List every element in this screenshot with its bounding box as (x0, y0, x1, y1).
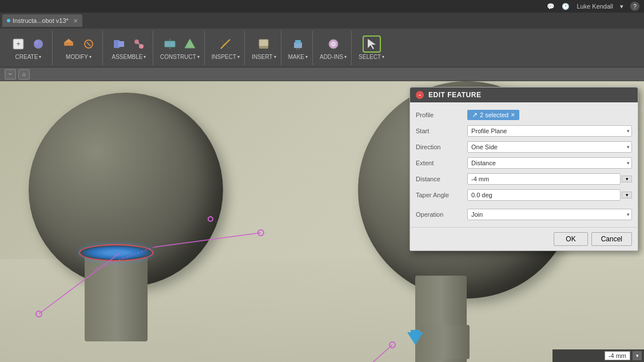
direction-label: Direction (416, 144, 467, 150)
down-arrow-shaft (411, 330, 420, 337)
panel-row-taper: Taper Angle ▾ (410, 187, 638, 203)
user-name[interactable]: Luke Kendall (577, 3, 613, 10)
svg-rect-9 (118, 41, 124, 47)
distance-dropdown-btn[interactable]: ▾ (622, 176, 632, 182)
cancel-button[interactable]: Cancel (591, 232, 632, 246)
ok-button[interactable]: OK (554, 232, 587, 246)
svg-marker-15 (185, 39, 195, 48)
tab-bar: Instructa...obot v13* ✕ (0, 13, 644, 29)
modify-label[interactable]: MODIFY ▾ (66, 54, 92, 60)
clock-icon[interactable]: 🕐 (562, 3, 570, 10)
start-label: Start (416, 128, 467, 134)
panel-body: Profile ↗ 2 selected × Start Profile Pla… (410, 102, 638, 227)
operation-label: Operation (416, 211, 467, 218)
operation-select[interactable]: Join (467, 209, 632, 220)
profile-value-container: ↗ 2 selected × (467, 110, 632, 120)
cylinder-left (85, 250, 148, 341)
viewport: FRONT RIGHT TOP ⟩ ⌄ Z+ − EDIT FEATURE Pr… (0, 81, 644, 362)
profile-chip-clear[interactable]: × (511, 112, 515, 118)
distance-input[interactable] (467, 173, 621, 185)
cylinder-right-lower (418, 325, 470, 359)
construct-btn2[interactable] (181, 35, 199, 53)
insert-label[interactable]: INSERT ▾ (252, 54, 276, 60)
home-btn[interactable]: ⌂ (18, 69, 30, 79)
panel-title: EDIT FEATURE (428, 91, 481, 99)
assemble-btn1[interactable] (110, 35, 128, 53)
addins-label[interactable]: ADD-INS ▾ (320, 54, 347, 60)
svg-line-12 (137, 42, 141, 46)
select-btn[interactable] (363, 35, 381, 53)
inspect-btn[interactable]: ↔ (216, 35, 234, 53)
extent-select[interactable]: Distance (467, 157, 632, 169)
svg-text:⚙: ⚙ (331, 41, 336, 47)
tab-close-button[interactable]: ✕ (73, 18, 78, 24)
make-btn[interactable] (289, 35, 307, 53)
help-icon[interactable]: ? (630, 2, 639, 11)
user-arrow-icon: ▾ (620, 3, 623, 10)
svg-rect-23 (296, 48, 297, 50)
addins-btn[interactable]: ⚙ (324, 35, 343, 53)
modify-btn2[interactable] (79, 35, 98, 53)
construct-btn1[interactable] (161, 35, 179, 53)
start-value-container: Profile Plane ▾ (467, 125, 632, 137)
toolbar-make-group: MAKE ▾ (284, 31, 313, 65)
svg-point-3 (35, 41, 38, 44)
modify-btn1[interactable] (59, 35, 78, 53)
profile-chip[interactable]: ↗ 2 selected × (467, 110, 519, 120)
insert-btn[interactable] (255, 35, 273, 53)
toolbar-create-group: + CREATE ▾ (5, 31, 53, 65)
document-tab[interactable]: Instructa...obot v13* ✕ (2, 14, 82, 27)
make-label[interactable]: MAKE ▾ (288, 54, 308, 60)
inspect-label[interactable]: INSPECT ▾ (212, 54, 240, 60)
profile-label: Profile (416, 112, 467, 118)
panel-header: − EDIT FEATURE (410, 87, 638, 102)
cylinder-left-top (79, 244, 153, 261)
create-label[interactable]: CREATE ▾ (15, 54, 42, 60)
taper-dropdown-btn[interactable]: ▾ (622, 192, 632, 198)
status-dropdown-btn[interactable]: ▾ (633, 351, 642, 360)
top-bar: 💬 🕐 Luke Kendall ▾ ? (0, 0, 644, 13)
assemble-btn2[interactable] (130, 35, 148, 53)
svg-rect-22 (295, 40, 301, 43)
toolbar-inspect-group: ↔ INSPECT ▾ (207, 31, 245, 65)
profile-cursor-icon: ↗ (472, 111, 478, 119)
panel-row-start: Start Profile Plane ▾ (410, 123, 638, 139)
extent-value-container: Distance ▾ (467, 157, 632, 169)
svg-rect-19 (259, 39, 268, 46)
toolbar: + CREATE ▾ MODIFY ▾ (0, 29, 644, 67)
secondary-bar: − ⌂ (0, 67, 644, 81)
taper-label: Taper Angle (416, 192, 467, 198)
svg-rect-20 (259, 46, 268, 49)
assemble-label[interactable]: ASSEMBLE ▾ (112, 54, 146, 60)
construct-label[interactable]: CONSTRUCT ▾ (160, 54, 200, 60)
svg-rect-24 (299, 48, 300, 50)
svg-marker-27 (368, 39, 376, 49)
edit-feature-panel: − EDIT FEATURE Profile ↗ 2 selected × St… (410, 87, 638, 251)
create-solid-btn[interactable] (29, 35, 47, 53)
distance-value-container: ▾ (467, 173, 632, 185)
taper-input[interactable] (467, 189, 621, 201)
svg-rect-4 (64, 42, 73, 46)
panel-row-direction: Direction One Side ▾ (410, 139, 638, 155)
direction-select[interactable]: One Side (467, 141, 632, 153)
comment-icon[interactable]: 💬 (547, 3, 555, 10)
select-label[interactable]: SELECT ▾ (359, 54, 384, 60)
panel-footer: OK Cancel (410, 227, 638, 250)
direction-value-container: One Side ▾ (467, 141, 632, 153)
svg-point-34 (258, 230, 264, 236)
svg-line-7 (87, 42, 90, 46)
status-value: -4 mm (605, 351, 630, 360)
profile-chip-text: 2 selected (480, 112, 508, 118)
create-new-btn[interactable]: + (9, 35, 27, 53)
taper-value-container: ▾ (467, 189, 632, 201)
panel-row-extent: Extent Distance ▾ (410, 155, 638, 171)
svg-marker-5 (64, 39, 73, 42)
toolbar-modify-group: MODIFY ▾ (55, 31, 103, 65)
status-bar: -4 mm ▾ (552, 349, 644, 362)
panel-row-operation: Operation Join ▾ (410, 206, 638, 222)
toolbar-insert-group: INSERT ▾ (247, 31, 281, 65)
zoom-btn[interactable]: − (5, 69, 16, 79)
start-select[interactable]: Profile Plane (467, 125, 632, 137)
svg-text:↔: ↔ (222, 42, 226, 46)
operation-value-container: Join ▾ (467, 209, 632, 220)
